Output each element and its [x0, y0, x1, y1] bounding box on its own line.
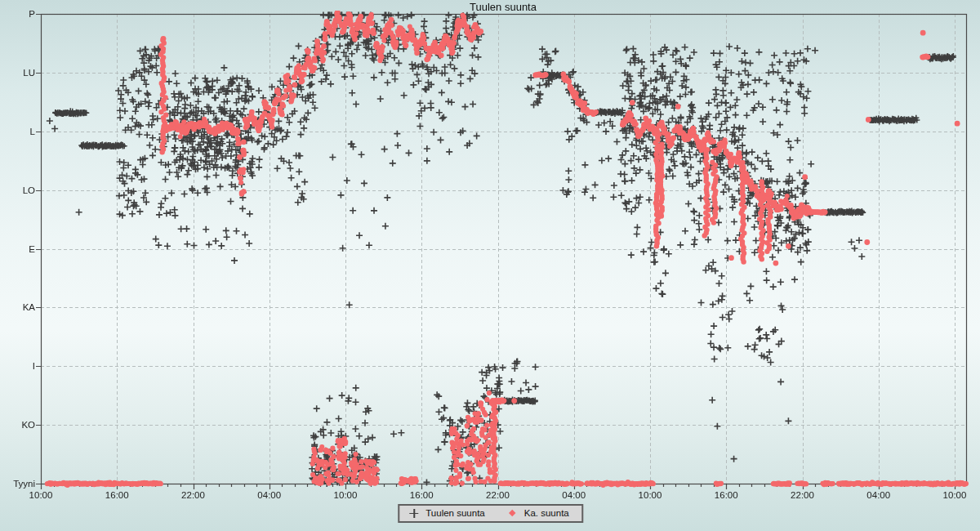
x-tick-label: 16:00	[105, 490, 129, 500]
x-tick-label: 10:00	[639, 490, 662, 500]
legend-label: Ka. suunta	[524, 508, 569, 518]
x-tick-label: 04:00	[866, 490, 890, 500]
diamond-marker-icon	[508, 509, 517, 518]
y-tick-label: LU	[2, 68, 35, 78]
legend: Tuulen suunta Ka. suunta	[398, 504, 583, 523]
x-tick-label: 22:00	[791, 490, 814, 500]
x-tick-label: 22:00	[486, 490, 510, 500]
x-tick-label: 16:00	[410, 490, 434, 500]
y-tick-label: I	[2, 361, 35, 371]
legend-item-wind-direction: Tuulen suunta	[409, 508, 484, 518]
legend-item-avg-direction: Ka. suunta	[508, 508, 569, 518]
y-tick-label: LO	[2, 185, 35, 195]
y-tick-label: E	[2, 244, 35, 254]
x-tick-label: 10:00	[943, 490, 967, 500]
x-tick-label: 10:00	[334, 490, 358, 500]
y-tick-label: Tyyni	[2, 479, 35, 489]
x-tick-label: 04:00	[257, 490, 281, 500]
legend-label: Tuulen suunta	[425, 508, 484, 518]
x-tick-label: 16:00	[715, 490, 738, 500]
y-tick-label: L	[2, 127, 35, 136]
wind-direction-chart: Tuulen suunta PLULLOEKAIKOTyyni 10:0016:…	[0, 0, 980, 531]
chart-canvas	[0, 0, 980, 531]
x-tick-label: 04:00	[562, 490, 586, 500]
y-tick-label: KO	[2, 420, 35, 430]
y-tick-label: P	[2, 9, 35, 19]
y-tick-label: KA	[2, 302, 35, 312]
plus-marker-icon	[409, 509, 418, 518]
chart-title: Tuulen suunta	[470, 1, 537, 13]
x-tick-label: 22:00	[181, 490, 205, 500]
x-tick-label: 10:00	[29, 490, 53, 500]
